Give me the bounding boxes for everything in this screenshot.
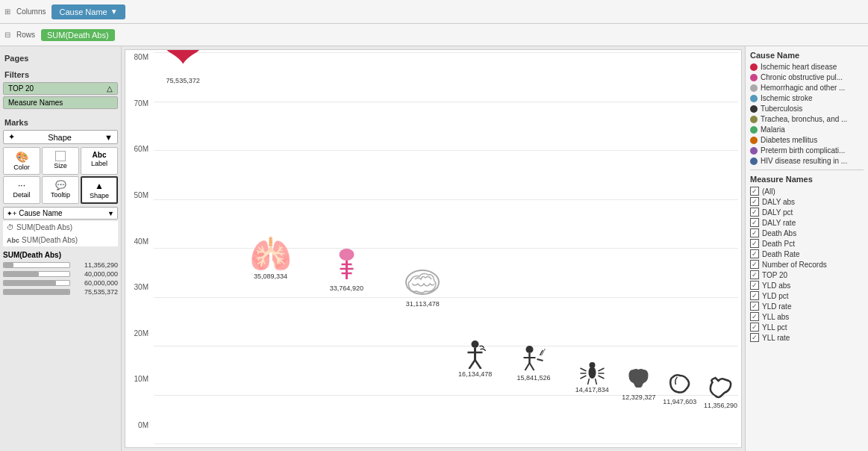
measure-yll-rate[interactable]: ✓ YLL rate (750, 333, 864, 342)
measure-death-pct[interactable]: ✓ Death Pct (750, 239, 864, 248)
mark-btn-size[interactable]: Size (42, 147, 79, 175)
checkbox-daly-abs[interactable]: ✓ (750, 197, 759, 206)
measure-num-records-label: Number of Records (762, 261, 827, 269)
preterm-value: 11,947,603 (663, 398, 696, 405)
legend-label-copd: Chronic obstructive pul... (761, 73, 843, 81)
detail-row-1: ⏱ SUM(Death Abs) (3, 221, 118, 234)
checkbox-death-abs[interactable]: ✓ (750, 228, 759, 237)
color-icon: 🎨 (16, 151, 28, 163)
tb-shape-icon (463, 339, 487, 369)
mark-btn-color[interactable]: 🎨 Color (3, 147, 40, 175)
marks-type-dropdown[interactable]: ✦ Shape ▼ (3, 130, 118, 144)
legend-copd[interactable]: Chronic obstructive pul... (750, 73, 864, 81)
measure-num-records[interactable]: ✓ Number of Records (750, 260, 864, 269)
checkbox-top20[interactable]: ✓ (750, 270, 759, 279)
y-label-0m: 0M (128, 421, 149, 429)
mark-btn-tooltip[interactable]: 💬 Tooltip (42, 176, 79, 204)
cause-legend-list: Ischemic heart disease Chronic obstructi… (750, 63, 864, 165)
brain-value: 31,113,478 (406, 300, 440, 308)
legend-dot-hemorrhagic (750, 84, 758, 92)
data-point-heart[interactable]: ❤ 75,535,372 (163, 49, 203, 84)
legend-preterm[interactable]: Preterm birth complicati... (750, 146, 864, 155)
sum-bars: 11,356,290 40,000,000 60,000,000 (3, 261, 118, 296)
measure-daly-abs[interactable]: ✓ DALY abs (750, 197, 864, 206)
data-point-malaria[interactable]: 14,417,834 (575, 358, 609, 394)
columns-grid-icon: ⊞ (4, 7, 10, 16)
checkbox-yld-rate[interactable]: ✓ (750, 302, 759, 311)
marks-section: Marks ✦ Shape ▼ 🎨 Color Size (3, 113, 118, 246)
cause-name-filter-icon: ▼ (107, 210, 114, 217)
sum-bar-track-1 (3, 262, 70, 268)
measure-death-abs[interactable]: ✓ Death Abs (750, 228, 864, 237)
checkbox-yld-pct[interactable]: ✓ (750, 291, 759, 300)
y-axis: 0M 10M 20M 30M 40M 50M 60M 70M 80M (125, 50, 152, 432)
heart-shape-icon: ❤ (163, 49, 203, 75)
sum-bar-label-4: 75,535,372 (73, 288, 118, 296)
checkbox-num-records[interactable]: ✓ (750, 260, 759, 269)
app-container: ⊞ Columns Cause Name ▼ ⊟ Rows SUM(Death … (0, 0, 868, 451)
legend-ischemic-stroke[interactable]: Ischemic stroke (750, 94, 864, 102)
checkbox-death-pct[interactable]: ✓ (750, 239, 759, 248)
detail-abc-icon: Abc (7, 237, 19, 244)
measure-yll-pct[interactable]: ✓ YLL pct (750, 323, 864, 332)
data-point-hiv[interactable]: 11,356,290 (704, 375, 737, 409)
size-icon (55, 151, 66, 161)
measure-top20[interactable]: ✓ TOP 20 (750, 270, 864, 279)
data-point-hemorrhagic[interactable]: 33,764,920 (330, 246, 363, 292)
sum-section: SUM(Death Abs) 11,356,290 40,000,000 (3, 251, 118, 296)
grid-line-50m (154, 199, 738, 200)
legend-malaria[interactable]: Malaria (750, 125, 864, 134)
checkbox-all[interactable]: ✓ (750, 187, 759, 196)
sum-bar-track-4 (3, 289, 70, 295)
rows-pill[interactable]: SUM(Death Abs) (41, 29, 115, 41)
measure-daly-rate[interactable]: ✓ DALY rate (750, 218, 864, 227)
filter-measure-names[interactable]: Measure Names (3, 96, 118, 109)
data-point-lung[interactable]: 🫁 35,089,334 (249, 237, 292, 280)
checkbox-yll-rate[interactable]: ✓ (750, 333, 759, 342)
measure-daly-pct[interactable]: ✓ DALY pct (750, 208, 864, 217)
measure-yld-abs[interactable]: ✓ YLD abs (750, 281, 864, 290)
measure-daly-rate-label: DALY rate (762, 219, 796, 227)
sum-bar-fill-4 (4, 290, 69, 294)
data-point-preterm[interactable]: 11,947,603 (663, 371, 696, 405)
cause-name-pill[interactable]: ✦+ Cause Name ▼ (3, 207, 118, 220)
columns-pill[interactable]: Cause Name ▼ (51, 4, 125, 19)
data-point-diabetes[interactable]: 12,329,327 (622, 367, 655, 401)
measure-yld-pct[interactable]: ✓ YLD pct (750, 291, 864, 300)
measure-daly-pct-label: DALY pct (762, 208, 793, 217)
columns-filter-icon: ▼ (110, 7, 118, 16)
checkbox-yld-abs[interactable]: ✓ (750, 281, 759, 290)
measure-death-rate[interactable]: ✓ Death Rate (750, 249, 864, 258)
measure-all[interactable]: ✓ (All) (750, 187, 864, 196)
legend-hiv[interactable]: HIV disease resulting in ... (750, 157, 864, 165)
legend-label-trachea: Trachea, bronchus, and ... (761, 115, 847, 123)
data-point-trachea[interactable]: 15,841,526 (516, 344, 550, 382)
legend-hemorrhagic[interactable]: Hemorrhagic and other ... (750, 84, 864, 92)
checkbox-yll-pct[interactable]: ✓ (750, 323, 759, 332)
data-point-brain[interactable]: 31,113,478 (405, 267, 440, 308)
data-point-tb[interactable]: 16,134,478 (458, 339, 492, 378)
legend-trachea[interactable]: Trachea, bronchus, and ... (750, 115, 864, 123)
hiv-shape-icon (708, 375, 733, 400)
columns-label: Columns (16, 7, 46, 16)
checkbox-death-rate[interactable]: ✓ (750, 249, 759, 258)
legend-dot-tb (750, 105, 758, 113)
tooltip-label: Tooltip (51, 191, 70, 199)
mark-btn-shape[interactable]: ▲ Shape (81, 176, 118, 204)
checkbox-daly-rate[interactable]: ✓ (750, 218, 759, 227)
legend-label-ischemic-stroke: Ischemic stroke (761, 94, 812, 102)
legend-ischemic-heart[interactable]: Ischemic heart disease (750, 63, 864, 71)
mark-btn-label[interactable]: Abc Label (81, 147, 118, 175)
checkbox-yll-abs[interactable]: ✓ (750, 312, 759, 321)
filter-top20[interactable]: TOP 20 △ (3, 82, 118, 95)
mark-btn-detail[interactable]: ··· Detail (3, 176, 40, 204)
y-label-50m: 50M (128, 191, 149, 199)
measure-all-label: (All) (762, 187, 775, 196)
legend-diabetes[interactable]: Diabetes mellitus (750, 136, 864, 144)
measure-yld-rate[interactable]: ✓ YLD rate (750, 302, 864, 311)
legend-label-tb: Tuberculosis (761, 105, 802, 113)
measure-yll-abs[interactable]: ✓ YLL abs (750, 312, 864, 321)
checkbox-daly-pct[interactable]: ✓ (750, 208, 759, 217)
legend-tb[interactable]: Tuberculosis (750, 105, 864, 113)
cause-name-pill-label: Cause Name (19, 209, 62, 217)
